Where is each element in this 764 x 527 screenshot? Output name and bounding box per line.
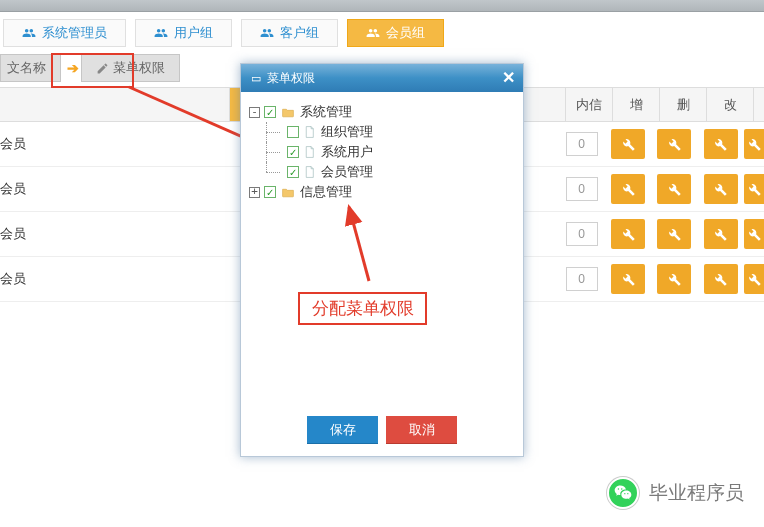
row-name: 会员	[0, 270, 227, 288]
tree-checkbox[interactable]: ✓	[264, 106, 276, 118]
window-icon: ▭	[251, 72, 261, 85]
menuperm-label: 菜单权限	[113, 59, 165, 77]
tree-checkbox[interactable]: ✓	[287, 146, 299, 158]
file-icon	[303, 145, 317, 159]
breadcrumb-arrow-icon: ➔	[67, 60, 79, 76]
users-icon	[366, 26, 380, 40]
col-name	[0, 88, 230, 121]
count-input[interactable]	[566, 222, 598, 246]
col-mod: 改	[707, 88, 754, 121]
menuperm-modal: ▭ 菜单权限 ✕ - ✓ 系统管理 ✓ 组织管理 ✓ 系统用户	[240, 63, 524, 302]
edit-mod-button[interactable]	[704, 129, 738, 159]
file-icon	[303, 125, 317, 139]
row-name: 会员	[0, 135, 227, 153]
folder-icon	[280, 106, 296, 119]
count-input[interactable]	[566, 267, 598, 291]
tab-usergroup-label: 用户组	[174, 24, 213, 42]
tree-node-sysuser[interactable]: 系统用户	[321, 143, 373, 161]
close-icon[interactable]: ✕	[502, 68, 515, 87]
annotation-label: 分配菜单权限	[298, 292, 427, 302]
count-input[interactable]	[566, 132, 598, 156]
role-tabs: 系统管理员 用户组 客户组 会员组	[0, 12, 764, 54]
tab-membergroup[interactable]: 会员组	[347, 19, 444, 47]
edit-mod-button[interactable]	[704, 264, 738, 294]
svg-line-1	[349, 207, 369, 281]
row-name: 会员	[0, 180, 227, 198]
count-input[interactable]	[566, 177, 598, 201]
tree-checkbox[interactable]: ✓	[264, 186, 276, 198]
tab-sysadmin-label: 系统管理员	[42, 24, 107, 42]
tree-node-info[interactable]: 信息管理	[300, 183, 352, 201]
edit-mod-button[interactable]	[704, 219, 738, 249]
tab-membergroup-label: 会员组	[386, 24, 425, 42]
edit-add-button[interactable]	[611, 264, 645, 294]
perm-tree: - ✓ 系统管理 ✓ 组织管理 ✓ 系统用户 ✓ 会员管理	[241, 92, 523, 302]
tree-expand-icon[interactable]: +	[249, 187, 260, 198]
edit-del-button[interactable]	[657, 219, 691, 249]
tree-node-member[interactable]: 会员管理	[321, 163, 373, 181]
tab-usergroup[interactable]: 用户组	[135, 19, 232, 47]
edit-extra-button[interactable]	[744, 174, 764, 204]
edit-add-button[interactable]	[611, 219, 645, 249]
edit-del-button[interactable]	[657, 264, 691, 294]
edit-del-button[interactable]	[657, 129, 691, 159]
tree-node-org[interactable]: 组织管理	[321, 123, 373, 141]
users-icon	[260, 26, 274, 40]
folder-icon	[280, 186, 296, 199]
rename-label: 文名称	[7, 59, 46, 77]
edit-extra-button[interactable]	[744, 264, 764, 294]
edit-add-button[interactable]	[611, 129, 645, 159]
edit-del-button[interactable]	[657, 174, 691, 204]
tab-sysadmin[interactable]: 系统管理员	[3, 19, 126, 47]
col-innermsg: 内信	[566, 88, 613, 121]
modal-header[interactable]: ▭ 菜单权限 ✕	[241, 64, 523, 92]
edit-extra-button[interactable]	[744, 219, 764, 249]
users-icon	[154, 26, 168, 40]
edit-extra-button[interactable]	[744, 129, 764, 159]
tree-checkbox[interactable]: ✓	[287, 126, 299, 138]
edit-mod-button[interactable]	[704, 174, 738, 204]
tree-collapse-icon[interactable]: -	[249, 107, 260, 118]
col-add: 增	[613, 88, 660, 121]
rename-button[interactable]: 文名称	[0, 54, 61, 82]
row-name: 会员	[0, 225, 227, 243]
file-icon	[303, 165, 317, 179]
menuperm-button[interactable]: 菜单权限	[81, 54, 180, 82]
tree-node-sysmgmt[interactable]: 系统管理	[300, 103, 352, 121]
pencil-icon	[96, 62, 109, 75]
tab-custgroup[interactable]: 客户组	[241, 19, 338, 47]
col-del: 删	[660, 88, 707, 121]
users-icon	[22, 26, 36, 40]
edit-add-button[interactable]	[611, 174, 645, 204]
tab-custgroup-label: 客户组	[280, 24, 319, 42]
tree-checkbox[interactable]: ✓	[287, 166, 299, 178]
col-extra	[754, 88, 764, 121]
modal-title: 菜单权限	[267, 70, 315, 87]
